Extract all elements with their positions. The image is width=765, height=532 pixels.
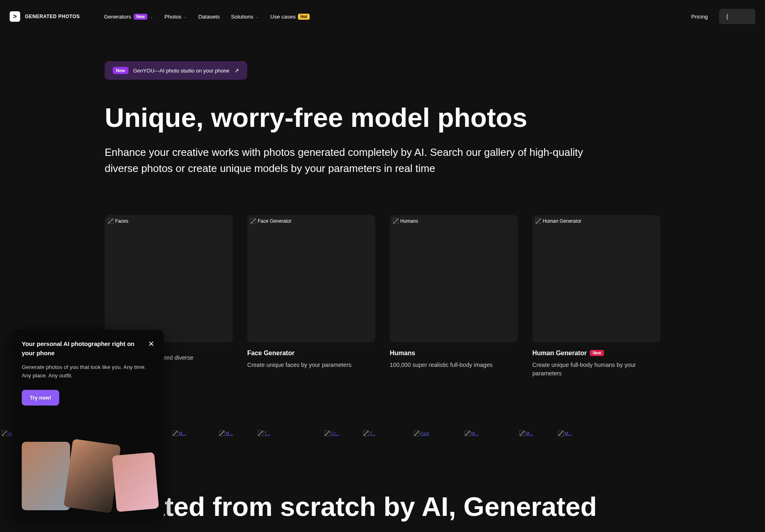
- broken-image-icon: [250, 218, 256, 224]
- close-icon[interactable]: ✕: [148, 339, 154, 348]
- card-desc: nerated diverse: [153, 354, 233, 362]
- thumb-item[interactable]: T...: [363, 431, 407, 436]
- thumb-item[interactable]: M...: [172, 431, 213, 436]
- broken-image-icon: [172, 431, 178, 436]
- promo-badge: New: [113, 67, 128, 74]
- card-desc: Create unique full-body humans by your p…: [532, 361, 660, 379]
- nav: Generators New ⌄ Photos ⌄ Datasets Solut…: [104, 14, 310, 20]
- hero-title: Unique, worry-free model photos: [105, 102, 660, 133]
- card-desc: 100,000 super realistic full-body images: [390, 361, 518, 370]
- card-image-placeholder: Human Generator: [532, 215, 660, 342]
- broken-image-icon: [325, 431, 330, 436]
- popup-sample-image: [22, 442, 70, 510]
- thumb-item[interactable]: M...: [219, 431, 251, 436]
- header-account-button[interactable]: (: [719, 9, 755, 24]
- popup-title: Your personal AI photographer right on y…: [22, 339, 147, 358]
- chevron-down-icon: ⌄: [256, 14, 259, 19]
- nav-datasets[interactable]: Datasets: [198, 14, 219, 20]
- broken-image-icon: [363, 431, 369, 436]
- broken-image-icon: [414, 431, 420, 436]
- broken-image-icon: [219, 431, 225, 436]
- popup-desc: Generate photos of you that look like yo…: [22, 363, 154, 380]
- card-image-placeholder: Humans: [390, 215, 518, 342]
- popup-images: [22, 442, 154, 510]
- broken-image-icon: [558, 431, 564, 436]
- logo-text: GENERATED PHOTOS: [25, 14, 80, 19]
- card-title: Human Generator: [532, 350, 587, 357]
- pricing-link[interactable]: Pricing: [691, 14, 708, 20]
- popup-sample-image: [64, 439, 121, 513]
- nav-generators[interactable]: Generators New ⌄: [104, 14, 153, 20]
- logo[interactable]: > GENERATED PHOTOS: [10, 11, 80, 22]
- card-desc: Create unique faces by your parameters: [247, 361, 375, 370]
- broken-image-icon: [536, 218, 541, 224]
- broken-image-icon: [258, 431, 263, 436]
- try-now-button[interactable]: Try now!: [22, 390, 59, 406]
- broken-image-icon: [2, 431, 7, 436]
- header: > GENERATED PHOTOS Generators New ⌄ Phot…: [0, 0, 765, 33]
- card-image-placeholder: Face Generator: [247, 215, 375, 342]
- cards-grid: Faces nerated diverse Face Generator Fac…: [105, 215, 660, 379]
- card-face-generator[interactable]: Face Generator Face Generator Create uni…: [247, 215, 375, 379]
- chevron-down-icon: ⌄: [150, 14, 153, 19]
- hero-subtitle: Enhance your creative works with photos …: [105, 144, 600, 177]
- thumb-item[interactable]: M...: [558, 431, 582, 436]
- card-title: Humans: [390, 350, 415, 357]
- nav-photos[interactable]: Photos ⌄: [164, 14, 187, 20]
- promo-banner[interactable]: New GenYOU—AI photo studio on your phone…: [105, 61, 247, 80]
- card-badge-new: New: [590, 350, 604, 356]
- card-humans[interactable]: Humans Humans 100,000 super realistic fu…: [390, 215, 518, 379]
- thumb-item[interactable]: Fast: [414, 431, 458, 436]
- badge-new: New: [134, 14, 148, 20]
- card-human-generator[interactable]: Human Generator Human Generator New Crea…: [532, 215, 660, 379]
- thumb-item[interactable]: T...: [258, 431, 318, 436]
- popup-sample-image: [112, 452, 159, 512]
- popup-genyou: Your personal AI photographer right on y…: [12, 330, 164, 520]
- section2-title: Created from scratch by AI, Generated: [105, 491, 660, 523]
- thumb-item[interactable]: Cr...: [325, 431, 357, 436]
- promo-text: GenYOU—AI photo studio on your phone: [133, 68, 229, 74]
- broken-image-icon: [519, 431, 525, 436]
- arrow-up-right-icon: ↗: [234, 67, 239, 74]
- card-title: Face Generator: [247, 350, 294, 357]
- nav-usecases[interactable]: Use cases Hot: [270, 14, 310, 20]
- thumb-item[interactable]: M...: [519, 431, 552, 436]
- broken-image-icon: [465, 431, 470, 436]
- card-image-placeholder: Faces: [105, 215, 233, 342]
- broken-image-icon: [393, 218, 399, 224]
- thumb-item[interactable]: M...: [465, 431, 513, 436]
- broken-image-icon: [108, 218, 114, 224]
- logo-icon: >: [10, 11, 20, 22]
- nav-solutions[interactable]: Solutions ⌄: [231, 14, 259, 20]
- chevron-down-icon: ⌄: [184, 14, 187, 19]
- badge-hot: Hot: [298, 14, 310, 20]
